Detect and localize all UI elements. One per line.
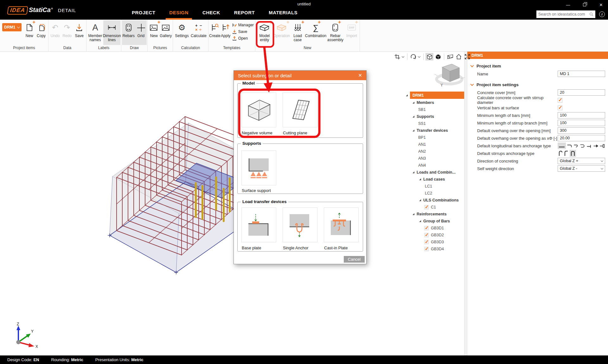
undo-button[interactable]: ↶ Undo	[49, 20, 61, 45]
anchorage-tee-icon[interactable]	[586, 143, 592, 149]
tree-item[interactable]: AN4	[406, 162, 464, 169]
load-case-button[interactable]: + Load case	[290, 20, 305, 45]
expander-icon[interactable]	[406, 94, 408, 96]
tree-item[interactable]: AN1	[406, 141, 464, 148]
name-input[interactable]	[558, 71, 605, 77]
cancel-button[interactable]: Cancel	[344, 256, 365, 263]
stirrup-hook-icon[interactable]	[558, 150, 563, 156]
expander-icon[interactable]	[413, 130, 414, 131]
member-names-button[interactable]: A Member names	[87, 20, 103, 45]
anchorage-head-icon[interactable]	[593, 143, 599, 149]
anchorage-hook135-icon[interactable]	[573, 143, 579, 149]
tree-group-members[interactable]: Members	[406, 99, 464, 106]
tree-item[interactable]: SS1	[406, 120, 464, 127]
close-button[interactable]: ✕	[597, 1, 605, 8]
operation-button[interactable]: + Operation	[273, 20, 290, 45]
rebars-toggle-button[interactable]: Rebars	[122, 20, 135, 45]
self-weight-direction-select[interactable]: Global Z -	[558, 165, 605, 172]
checkbox-checked-icon[interactable]	[424, 247, 429, 251]
viewport-3d[interactable]: Z Y X	[0, 52, 465, 355]
checkbox-checked-icon[interactable]	[424, 233, 429, 237]
tree-item[interactable]: AN2	[406, 148, 464, 155]
tree-item[interactable]: LC1	[406, 183, 464, 190]
wireframe-view-button[interactable]	[426, 53, 433, 61]
checkbox-checked-icon[interactable]	[424, 240, 429, 244]
orbit-button[interactable]	[409, 53, 417, 61]
chevron-down-icon[interactable]	[418, 55, 420, 58]
overhang-xphi-input[interactable]	[558, 135, 605, 141]
crop-view-button[interactable]	[393, 53, 401, 61]
tree-item[interactable]: AN3	[406, 155, 464, 162]
dxf-import-button[interactable]: DXF+ Import	[344, 20, 359, 45]
checkbox-checked-icon[interactable]	[424, 205, 429, 209]
fit-view-button[interactable]	[463, 53, 471, 61]
tree-item[interactable]: SB1	[406, 106, 464, 113]
template-open-button[interactable]: Open	[232, 35, 254, 41]
settings-button[interactable]: ⚙ Settings	[174, 20, 190, 45]
min-length-stirrup-input[interactable]	[558, 120, 605, 126]
single-anchor-option[interactable]	[283, 208, 317, 242]
negative-volume-option[interactable]	[241, 93, 276, 127]
template-manager-button[interactable]: Manager	[232, 22, 254, 28]
checkbox-checked-icon[interactable]	[558, 105, 562, 110]
tree-group-supports[interactable]: Supports	[406, 113, 464, 120]
tab-report[interactable]: REPORT	[234, 9, 256, 17]
gallery-button[interactable]: Gallery	[160, 20, 172, 45]
tree-item[interactable]: BP1	[406, 134, 464, 141]
tab-materials[interactable]: MATERIALS	[268, 9, 298, 17]
info-icon[interactable]: i	[599, 11, 605, 17]
stirrup-bend-icon[interactable]	[564, 150, 569, 156]
expander-icon[interactable]	[413, 116, 414, 118]
anchorage-straight-icon[interactable]	[558, 143, 566, 149]
cast-in-plate-option[interactable]	[324, 208, 359, 242]
expander-icon[interactable]	[419, 178, 421, 180]
tree-group-reinforcements[interactable]: Reinforcements	[406, 211, 464, 218]
minimize-button[interactable]: —	[564, 1, 573, 8]
expander-icon[interactable]	[419, 199, 421, 201]
tab-design[interactable]: DESIGN	[169, 9, 189, 17]
home-view-button[interactable]	[455, 53, 463, 61]
base-plate-option[interactable]	[241, 208, 276, 242]
copy-project-item-button[interactable]: Copy	[35, 20, 48, 45]
expander-icon[interactable]	[413, 171, 414, 173]
tree-item[interactable]: LC2	[406, 190, 464, 197]
tree-item-checked[interactable]: GB3D4	[406, 246, 464, 252]
min-length-bars-input[interactable]	[558, 112, 605, 118]
tab-check[interactable]: CHECK	[202, 9, 221, 17]
grid-toggle-button[interactable]: Grid	[135, 20, 147, 45]
tree-group-load-cases[interactable]: Load cases	[406, 176, 464, 183]
tab-project[interactable]: PROJECT	[131, 9, 156, 17]
model-entity-button[interactable]: + Model entity	[256, 20, 273, 45]
tree-group-loads[interactable]: Loads and Combin...	[406, 169, 464, 176]
expander-icon[interactable]	[413, 213, 414, 215]
panel-splitter[interactable]	[464, 52, 467, 355]
redo-button[interactable]: ↷ Redo	[61, 20, 73, 45]
rebar-assembly-button[interactable]: + Rebar assembly	[326, 20, 344, 45]
tree-item-checked[interactable]: GB3D2	[406, 232, 464, 239]
expander-icon[interactable]	[419, 220, 421, 222]
tree-group-transfer-devices[interactable]: Transfer devices	[406, 127, 464, 134]
save-button[interactable]: Save	[73, 20, 86, 45]
tree-item-drm1[interactable]: DRM1	[406, 91, 464, 99]
view-cube[interactable]: Y	[433, 60, 465, 90]
new-project-item-button[interactable]: + New	[24, 20, 35, 45]
calculate-button[interactable]: +−×÷ Calculate	[190, 20, 207, 45]
solid-view-button[interactable]	[434, 53, 442, 61]
stirrup-closed-icon[interactable]	[570, 150, 576, 157]
surface-support-option[interactable]	[241, 150, 276, 185]
checkbox-checked-icon[interactable]	[424, 226, 429, 230]
anchorage-hook180-icon[interactable]	[580, 143, 586, 149]
tree-item-checked[interactable]: GB3D1	[406, 225, 464, 232]
new-picture-button[interactable]: + New	[148, 20, 160, 45]
anchorage-hook90-icon[interactable]	[567, 143, 573, 149]
template-apply-button[interactable]: Apply	[221, 20, 231, 45]
tree-item-checked[interactable]: GB3D3	[406, 239, 464, 246]
search-input[interactable]	[538, 12, 589, 16]
overhang-mm-input[interactable]	[558, 127, 605, 134]
section-project-item-settings[interactable]: Project item settings	[467, 80, 608, 89]
chevron-down-icon[interactable]	[402, 55, 404, 58]
tree-group-uls-combinations[interactable]: ULS Combinations	[406, 197, 464, 204]
expander-icon[interactable]	[413, 102, 414, 104]
project-item-selector[interactable]: DRM1	[2, 23, 22, 31]
dimension-lines-button[interactable]: Dimension lines	[103, 20, 120, 45]
